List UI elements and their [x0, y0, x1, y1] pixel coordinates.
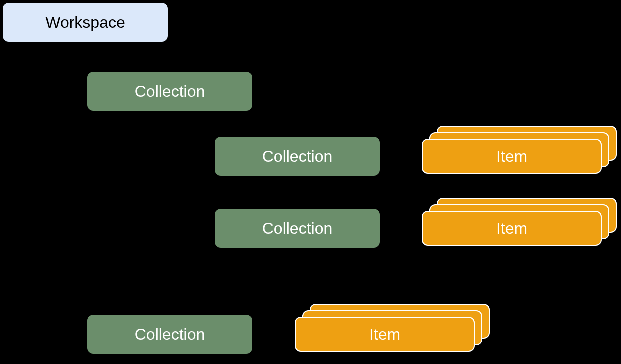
- item-label: Item: [370, 326, 400, 344]
- item-stack: Item: [422, 198, 617, 246]
- item-stack: Item: [295, 304, 490, 352]
- workspace-node: Workspace: [3, 3, 168, 42]
- item-card-front: Item: [422, 139, 602, 174]
- collection-label: Collection: [262, 220, 333, 238]
- collection-node: Collection: [215, 209, 380, 248]
- collection-node: Collection: [215, 137, 380, 176]
- item-stack: Item: [422, 126, 617, 174]
- collection-label: Collection: [135, 82, 206, 101]
- collection-label: Collection: [135, 326, 206, 344]
- collection-node: Collection: [88, 315, 252, 354]
- item-label: Item: [496, 148, 528, 166]
- item-card-front: Item: [422, 211, 602, 246]
- item-card-front: Item: [295, 317, 475, 352]
- collection-node: Collection: [88, 72, 252, 111]
- collection-label: Collection: [262, 148, 333, 166]
- workspace-label: Workspace: [46, 14, 125, 32]
- item-label: Item: [496, 220, 528, 238]
